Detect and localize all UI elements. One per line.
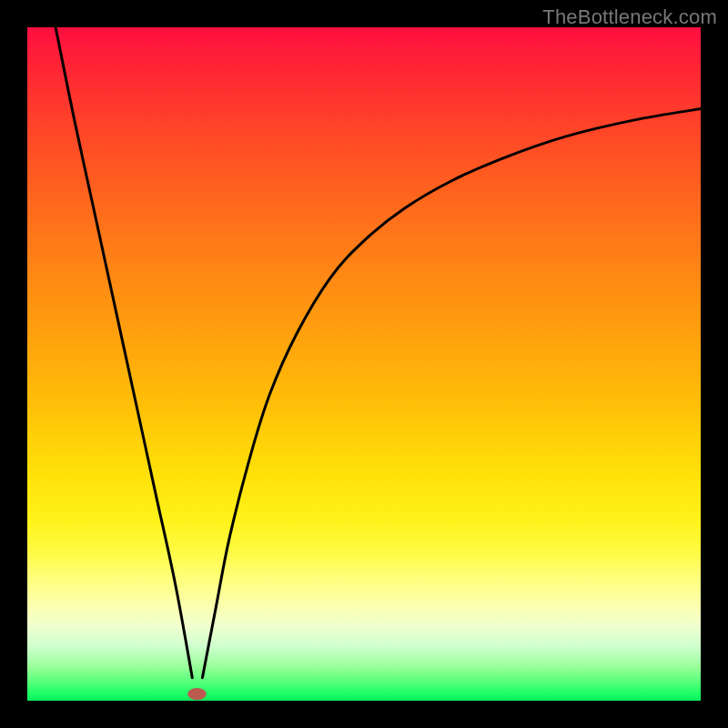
watermark-text: TheBottleneck.com [542, 5, 717, 29]
chart-frame: TheBottleneck.com [0, 0, 728, 728]
plot-area [27, 27, 701, 701]
curve-right-branch [202, 109, 701, 678]
curve-layer [27, 27, 701, 701]
curve-left-branch [56, 27, 192, 678]
minimum-marker [187, 688, 207, 700]
